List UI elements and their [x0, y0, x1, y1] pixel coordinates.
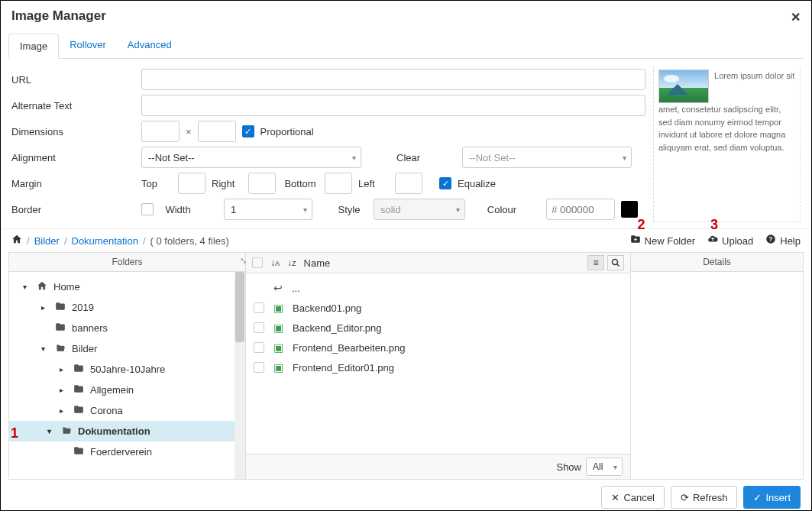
- folder-icon: [73, 445, 84, 458]
- help-button[interactable]: ? Help: [765, 234, 801, 247]
- close-icon: ✕: [611, 492, 620, 503]
- folder-icon: [73, 383, 84, 396]
- cancel-button[interactable]: ✕ Cancel: [601, 486, 664, 509]
- tree-2019[interactable]: ▸2019: [9, 297, 245, 318]
- image-manager-dialog: Image Manager ✕ Image Rollover Advanced …: [0, 0, 812, 511]
- border-checkbox[interactable]: [141, 203, 154, 215]
- details-column: Details: [631, 253, 803, 479]
- select-all-checkbox[interactable]: [252, 257, 263, 268]
- tree-allgemein[interactable]: ▸Allgemein: [9, 380, 245, 400]
- file-up[interactable]: ↩...: [246, 278, 630, 298]
- folders-column: Folders ▾Home ▸2019 banners ▾Bilder ▸50J…: [9, 253, 246, 479]
- upload-icon: [707, 234, 718, 247]
- tree-50jahre[interactable]: ▸50Jahre-10Jahre: [9, 359, 245, 380]
- sort-name-desc-icon[interactable]: ↓Z: [287, 257, 296, 268]
- upload-label: Upload: [722, 235, 753, 247]
- margin-bottom-input[interactable]: [325, 173, 352, 194]
- check-icon: ✓: [753, 492, 762, 503]
- margin-right-input[interactable]: [248, 173, 276, 194]
- equalize-checkbox[interactable]: ✓: [439, 177, 451, 189]
- folder-open-icon: [55, 342, 66, 355]
- file-checkbox[interactable]: [254, 302, 264, 313]
- url-input[interactable]: [141, 69, 645, 90]
- file-row[interactable]: ▣Frontend_Editor01.png: [246, 357, 630, 377]
- alt-text-input[interactable]: [141, 95, 645, 116]
- proportional-checkbox[interactable]: ✓: [242, 125, 254, 137]
- tree-dokumentation[interactable]: ▾Dokumentation: [9, 421, 245, 441]
- name-column-header[interactable]: Name: [304, 257, 331, 269]
- border-colour-label: Colour: [480, 204, 523, 215]
- tab-image[interactable]: Image: [8, 34, 59, 59]
- file-browser: Folders ▾Home ▸2019 banners ▾Bilder ▸50J…: [8, 252, 804, 480]
- multiply-symbol: ×: [186, 126, 192, 137]
- upload-button[interactable]: 3 Upload: [707, 234, 753, 247]
- margin-left-input[interactable]: [395, 173, 422, 194]
- colour-swatch[interactable]: [621, 201, 638, 218]
- margin-top-input[interactable]: [178, 173, 205, 194]
- margin-label: Margin: [11, 178, 141, 189]
- alignment-label: Alignment: [11, 152, 141, 163]
- tab-advanced[interactable]: Advanced: [117, 33, 183, 58]
- new-folder-label: New Folder: [645, 235, 695, 247]
- left-label: Left: [358, 178, 389, 189]
- resize-handle-icon[interactable]: ⤡: [240, 256, 247, 266]
- file-checkbox[interactable]: [254, 342, 264, 353]
- search-icon[interactable]: [607, 255, 624, 270]
- top-label: Top: [141, 178, 172, 189]
- files-column: ↓A ↓Z Name ≡ ⤡ ↩... ▣Backend01.png ▣Back…: [246, 253, 631, 479]
- right-label: Right: [212, 178, 242, 189]
- file-row[interactable]: ▣Backend01.png: [246, 298, 630, 318]
- width-input[interactable]: [141, 121, 180, 142]
- border-style-select[interactable]: solid: [374, 199, 465, 220]
- file-row[interactable]: ▣Backend_Editor.png: [246, 318, 630, 338]
- proportional-label: Proportional: [260, 126, 314, 137]
- tree-foerderverein[interactable]: Foerderverein: [9, 441, 245, 462]
- back-icon: ↩: [273, 282, 283, 294]
- breadcrumb-bilder[interactable]: Bilder: [34, 235, 60, 247]
- border-style-label: Style: [331, 204, 367, 215]
- bottom-label: Bottom: [282, 178, 319, 189]
- dialog-title: Image Manager: [1, 1, 811, 28]
- tab-bar: Image Rollover Advanced: [8, 33, 804, 59]
- view-columns-icon[interactable]: ≡: [587, 255, 604, 270]
- home-icon[interactable]: [11, 234, 22, 247]
- folder-icon: [55, 322, 66, 335]
- file-checkbox[interactable]: [254, 362, 264, 373]
- tree-corona[interactable]: ▸Corona: [9, 400, 245, 421]
- clear-select[interactable]: --Not Set--: [462, 147, 632, 168]
- border-width-select[interactable]: 1: [224, 199, 312, 220]
- home-folder-icon: [37, 280, 47, 293]
- image-file-icon: ▣: [273, 322, 283, 334]
- folder-icon: [73, 363, 84, 376]
- height-input[interactable]: [198, 121, 236, 142]
- refresh-button[interactable]: ⟳ Refresh: [671, 486, 738, 509]
- alignment-select[interactable]: --Not Set--: [141, 147, 361, 168]
- tree-scrollbar[interactable]: [235, 272, 245, 479]
- border-label: Border: [11, 204, 141, 215]
- insert-button[interactable]: ✓ Insert: [743, 486, 801, 509]
- browser-toolbar: / Bilder / Dokumentation / ( 0 folders, …: [1, 228, 811, 252]
- close-icon[interactable]: ✕: [791, 10, 801, 24]
- tree-banners[interactable]: banners: [9, 318, 245, 338]
- svg-point-2: [613, 260, 618, 265]
- dimensions-label: Dimensions: [11, 126, 141, 137]
- help-label: Help: [780, 235, 801, 247]
- tree-home[interactable]: ▾Home: [9, 277, 245, 297]
- dialog-footer: ✕ Cancel ⟳ Refresh ✓ Insert: [1, 480, 811, 511]
- folder-icon: [73, 404, 84, 417]
- tree-bilder[interactable]: ▾Bilder: [9, 338, 245, 359]
- file-checkbox[interactable]: [254, 322, 264, 333]
- breadcrumb-stats: ( 0 folders, 4 files): [150, 235, 229, 247]
- tab-rollover[interactable]: Rollover: [59, 33, 117, 58]
- preview-pane: Lorem ipsum dolor sit amet, consetetur s…: [653, 66, 801, 222]
- annotation-1: 1: [11, 425, 18, 441]
- breadcrumb-dokumentation[interactable]: Dokumentation: [72, 235, 138, 247]
- show-select[interactable]: All: [586, 458, 623, 476]
- file-row[interactable]: ▣Frontend_Bearbeiten.png: [246, 338, 630, 357]
- svg-text:?: ?: [769, 236, 773, 243]
- clear-label: Clear: [396, 152, 439, 163]
- new-folder-button[interactable]: 2 New Folder: [630, 234, 695, 247]
- border-colour-input[interactable]: [546, 199, 615, 220]
- folder-icon: [55, 301, 66, 314]
- sort-name-asc-icon[interactable]: ↓A: [270, 257, 280, 268]
